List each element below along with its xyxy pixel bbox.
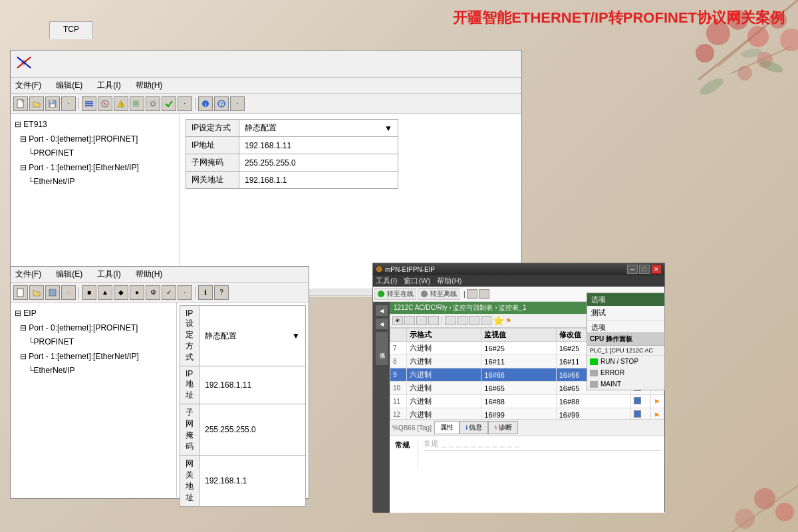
monitor-tb-2[interactable] xyxy=(404,316,415,325)
toolbar-dot3[interactable]: · xyxy=(230,96,245,111)
tree-profinet[interactable]: └PROFINET xyxy=(15,146,176,161)
cpu-title: CPU 操作面板 xyxy=(587,333,664,346)
tia-tb-b2[interactable] xyxy=(479,289,489,299)
eip-gateway-value[interactable]: 192.168.1.1 xyxy=(200,456,306,507)
toolbar-b4[interactable] xyxy=(130,96,144,111)
tia-close[interactable]: ✕ xyxy=(651,265,662,274)
comms-tab-tcp[interactable]: TCP xyxy=(49,21,93,39)
config-row-ip: IP地址 192.168.1.11 xyxy=(186,137,398,154)
eip-menu-file[interactable]: 文件(F) xyxy=(13,268,43,281)
svg-rect-25 xyxy=(85,101,93,102)
eip-menu-bar: 文件(F) 编辑(E) 工具(I) 帮助(H) xyxy=(11,267,309,283)
monitor-tb-5[interactable] xyxy=(445,316,456,325)
menu-file[interactable]: 文件(F) xyxy=(13,79,43,92)
bottom-tab-info[interactable]: ℹ信息 xyxy=(460,421,488,434)
menu-help[interactable]: 帮助(H) xyxy=(134,79,165,92)
toolbar-save[interactable] xyxy=(45,96,60,111)
eip-tb-help2[interactable]: ? xyxy=(214,285,229,300)
tia-minimize[interactable]: ─ xyxy=(627,265,638,274)
monitor-tb-3[interactable] xyxy=(416,316,427,325)
toolbar-check[interactable] xyxy=(162,96,176,111)
eip-tree-root[interactable]: ⊟ EIP xyxy=(15,307,172,321)
eip-tb-new[interactable] xyxy=(13,285,28,300)
tree-panel: ⊟ ET913 ⊟ Port - 0:[ethernet]:[PROFINET]… xyxy=(11,114,180,289)
eip-tb-open[interactable] xyxy=(29,285,44,300)
toolbar-b2[interactable] xyxy=(98,96,112,111)
svg-point-35 xyxy=(151,102,155,106)
monitor-sep xyxy=(442,317,442,325)
toolbar-b3[interactable]: ! xyxy=(114,96,128,111)
tia-menu-window[interactable]: 窗口(W) xyxy=(404,276,430,286)
svg-rect-42 xyxy=(49,289,56,296)
monitor-tb-flag[interactable]: ⚑ xyxy=(505,317,511,325)
monitor-bottom-bar: %QB66 [Tag] 属性 ℹ信息 ⚕诊断 xyxy=(390,419,664,436)
menu-edit[interactable]: 编辑(E) xyxy=(54,79,84,92)
eip-tb-b4[interactable]: ● xyxy=(130,285,144,300)
tia-online-btn[interactable]: 转至在线 xyxy=(387,289,414,299)
eip-menu-edit[interactable]: 编辑(E) xyxy=(54,268,84,281)
eip-tb-dot2[interactable]: · xyxy=(178,285,192,300)
eip-menu-help[interactable]: 帮助(H) xyxy=(134,268,165,281)
bottom-tab-diag[interactable]: ⚕诊断 xyxy=(488,421,518,434)
sep2 xyxy=(195,98,196,110)
toolbar-b1[interactable] xyxy=(82,96,96,111)
monitor-row[interactable]: 12 六进制 16#99 16#99 ⚑ xyxy=(390,408,664,420)
eip-tb-check[interactable]: ✓ xyxy=(162,285,176,300)
eip-tb-save[interactable] xyxy=(45,285,60,300)
monitor-tb-8[interactable] xyxy=(481,316,491,325)
tia-nav-1[interactable]: ◀ xyxy=(376,305,388,316)
tia-nav-vert[interactable]: 选项 xyxy=(376,332,388,365)
toolbar-dot[interactable]: · xyxy=(61,96,76,111)
eip-menu-tools[interactable]: 工具(I) xyxy=(95,268,122,281)
monitor-tb-4[interactable] xyxy=(428,316,439,325)
subnet-value[interactable]: 255.255.255.0 xyxy=(239,154,398,172)
gateway-value[interactable]: 192.168.1.1 xyxy=(239,172,398,189)
toolbar-gear[interactable] xyxy=(146,96,160,111)
tree-root[interactable]: ⊟ ET913 xyxy=(15,118,176,132)
tia-maximize[interactable]: □ xyxy=(639,265,650,274)
eip-tb-b2[interactable]: ▲ xyxy=(98,285,112,300)
toolbar-help[interactable]: ? xyxy=(214,96,229,111)
monitor-row[interactable]: 11 六进制 16#88 16#88 ⚑ xyxy=(390,395,664,408)
monitor-title: 1212C AC/DC/RIy › 监控与强制表 › 监控表_1 xyxy=(394,303,526,313)
eip-tree-ethernetip[interactable]: └EtherNet/IP xyxy=(15,364,172,378)
eip-config-panel: IP设定方式 静态配置 ▼ IP地址 192.168.1.11 子网掩码 255… xyxy=(177,303,309,497)
menu-tools[interactable]: 工具(I) xyxy=(95,79,122,92)
tia-tb-b1[interactable] xyxy=(467,289,477,299)
eip-tree-port0[interactable]: ⊟ Port - 0:[ethernet]:[PROFINET] xyxy=(15,321,172,336)
toolbar-dot2[interactable]: · xyxy=(178,96,192,111)
monitor-tb-7[interactable] xyxy=(469,316,479,325)
tia-offline-btn[interactable]: 转至离线 xyxy=(430,289,457,299)
eip-ip-method-label: IP设定方式 xyxy=(180,306,200,366)
cpu-panel: CPU 操作面板 PLC_1 [CPU 1212C AC RUN / STOP … xyxy=(587,332,665,390)
eip-tb-info[interactable]: ℹ xyxy=(198,285,213,300)
tree-port1[interactable]: ⊟ Port - 1:[ethernet]:[EtherNet/IP] xyxy=(15,161,176,176)
eip-tb-b3[interactable]: ◆ xyxy=(114,285,128,300)
eip-ip-method-value[interactable]: 静态配置 ▼ xyxy=(200,306,306,366)
ip-address-value[interactable]: 192.168.1.11 xyxy=(239,137,398,154)
eip-tb-b1[interactable]: ■ xyxy=(82,285,96,300)
eip-tb-dot[interactable]: · xyxy=(61,285,76,300)
monitor-tb-glasses[interactable]: 👁 xyxy=(392,316,403,325)
tia-menu-help[interactable]: 帮助(H) xyxy=(437,276,462,286)
eip-tree-profinet[interactable]: └PROFINET xyxy=(15,335,172,350)
monitor-tb-star[interactable]: ⭐ xyxy=(493,315,504,326)
tree-port0[interactable]: ⊟ Port - 0:[ethernet]:[PROFINET] xyxy=(15,132,176,147)
monitor-tb-6[interactable] xyxy=(457,316,467,325)
eip-subnet-value[interactable]: 255.255.255.0 xyxy=(200,404,306,456)
eip-row-subnet: 子网掩码 255.255.255.0 xyxy=(180,404,306,456)
toolbar-open[interactable] xyxy=(29,96,44,111)
ip-method-value[interactable]: 静态配置 ▼ xyxy=(239,120,398,137)
option-test[interactable]: 测试 xyxy=(587,306,664,321)
tree-ethernetip[interactable]: └EtherNet/IP xyxy=(15,175,176,190)
eip-ip-value[interactable]: 192.168.1.11 xyxy=(200,366,306,404)
eip-row-gateway: 网关地址 192.168.1.1 xyxy=(180,456,306,507)
bottom-tab-props[interactable]: 属性 xyxy=(434,421,460,434)
eip-tb-gear[interactable]: ⚙ xyxy=(146,285,160,300)
eip-tree-port1[interactable]: ⊟ Port - 1:[ethernet]:[EtherNet/IP] xyxy=(15,350,172,364)
toolbar-info[interactable]: i xyxy=(198,96,213,111)
svg-rect-32 xyxy=(134,101,138,106)
tia-nav-2[interactable]: ◀ xyxy=(376,319,388,329)
tia-menu-tools[interactable]: 工具(I) xyxy=(376,276,397,286)
toolbar-new[interactable] xyxy=(13,96,28,111)
